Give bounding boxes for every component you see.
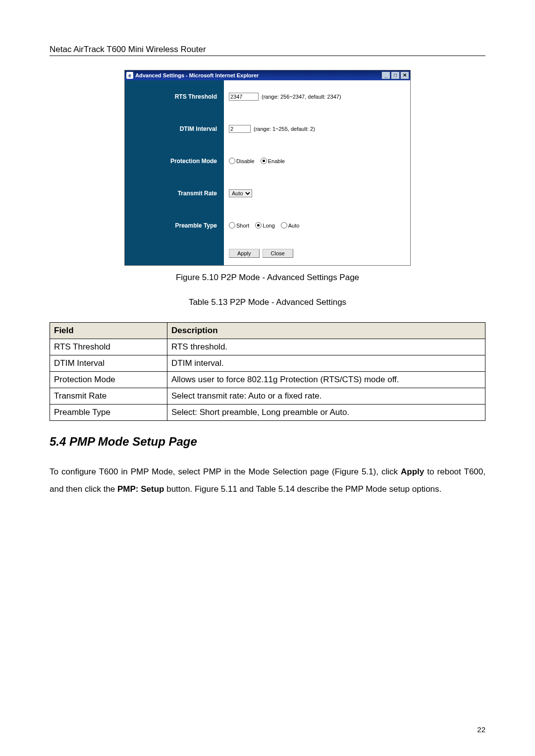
preamble-short-option[interactable]: Short xyxy=(229,222,249,229)
advanced-settings-table: Field Description RTS Threshold RTS thre… xyxy=(50,322,485,421)
table-row: Transmit Rate Select transmit rate: Auto… xyxy=(50,388,485,405)
window-title: Advanced Settings - Microsoft Internet E… xyxy=(135,72,259,78)
rts-threshold-label: RTS Threshold xyxy=(125,80,224,113)
rts-threshold-hint: (range: 256~2347, default: 2347) xyxy=(262,94,341,100)
preamble-type-label: Preamble Type xyxy=(125,209,224,241)
apply-button[interactable]: Apply xyxy=(229,249,260,258)
paragraph-strong: PMP: Setup xyxy=(117,484,164,494)
preamble-long-option[interactable]: Long xyxy=(255,222,274,229)
table-cell-description: DTIM interval. xyxy=(167,355,485,372)
table-cell-field: Transmit Rate xyxy=(50,388,167,405)
close-window-button[interactable]: ✕ xyxy=(400,71,409,79)
table-row: Protection Mode Allows user to force 802… xyxy=(50,372,485,388)
radio-icon xyxy=(255,222,262,229)
body-paragraph: To configure T600 in PMP Mode, select PM… xyxy=(50,464,485,498)
table-cell-description: Select transmit rate: Auto or a fixed ra… xyxy=(167,388,485,405)
radio-icon xyxy=(229,158,235,164)
ie-icon: e xyxy=(126,72,133,79)
window-titlebar: e Advanced Settings - Microsoft Internet… xyxy=(125,70,410,80)
paragraph-text: button. Figure 5.11 and Table 5.14 descr… xyxy=(164,484,441,494)
protection-enable-text: Enable xyxy=(268,158,285,164)
table-head-description: Description xyxy=(167,323,485,339)
protection-disable-option[interactable]: Disable xyxy=(229,158,255,164)
table-head-field: Field xyxy=(50,323,167,339)
transmit-rate-select[interactable]: Auto xyxy=(229,189,252,197)
rts-threshold-input[interactable] xyxy=(229,93,259,101)
page-number: 22 xyxy=(477,725,485,734)
protection-enable-option[interactable]: Enable xyxy=(261,158,285,164)
figure-caption: Figure 5.10 P2P Mode - Advanced Settings… xyxy=(50,273,485,283)
dtim-interval-label: DTIM Interval xyxy=(125,113,224,145)
page-header: Netac AirTrack T600 Mini Wireless Router xyxy=(50,45,485,56)
close-button[interactable]: Close xyxy=(263,249,293,258)
table-row: RTS Threshold RTS threshold. xyxy=(50,339,485,355)
paragraph-text: To configure T600 in PMP Mode, select PM… xyxy=(50,467,401,476)
radio-icon xyxy=(261,158,267,164)
section-heading: 5.4 PMP Mode Setup Page xyxy=(50,435,485,449)
table-caption: Table 5.13 P2P Mode - Advanced Settings xyxy=(50,297,485,307)
radio-icon xyxy=(281,222,287,229)
table-cell-field: DTIM Interval xyxy=(50,355,167,372)
button-row-label xyxy=(125,241,224,265)
radio-icon xyxy=(229,222,235,229)
maximize-button[interactable]: □ xyxy=(391,71,400,79)
table-cell-field: Preamble Type xyxy=(50,405,167,421)
preamble-short-text: Short xyxy=(236,223,249,229)
dtim-interval-input[interactable] xyxy=(229,125,251,133)
paragraph-strong: Apply xyxy=(401,467,424,476)
table-cell-description: Allows user to force 802.11g Protection … xyxy=(167,372,485,388)
minimize-button[interactable]: _ xyxy=(381,71,390,79)
preamble-auto-text: Auto xyxy=(288,223,300,229)
transmit-rate-label: Transmit Rate xyxy=(125,177,224,209)
protection-disable-text: Disable xyxy=(236,158,255,164)
table-cell-field: RTS Threshold xyxy=(50,339,167,355)
advanced-settings-window: e Advanced Settings - Microsoft Internet… xyxy=(124,70,411,266)
dtim-interval-hint: (range: 1~255, default: 2) xyxy=(254,126,315,132)
table-row: Preamble Type Select: Short preamble, Lo… xyxy=(50,405,485,421)
table-cell-description: RTS threshold. xyxy=(167,339,485,355)
preamble-auto-option[interactable]: Auto xyxy=(281,222,300,229)
table-cell-field: Protection Mode xyxy=(50,372,167,388)
window-controls: _ □ ✕ xyxy=(381,71,409,79)
table-cell-description: Select: Short preamble, Long preamble or… xyxy=(167,405,485,421)
protection-mode-label: Protection Mode xyxy=(125,145,224,177)
table-row: DTIM Interval DTIM interval. xyxy=(50,355,485,372)
preamble-long-text: Long xyxy=(263,223,274,229)
